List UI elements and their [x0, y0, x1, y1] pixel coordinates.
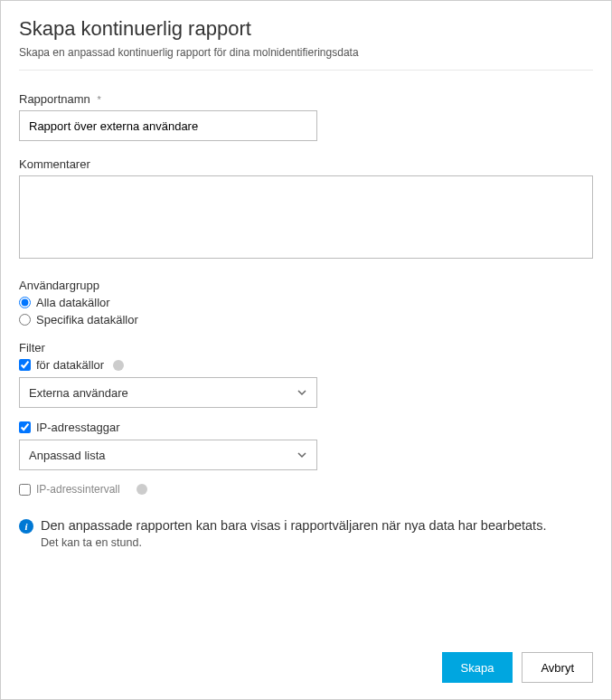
select-datasources[interactable]: Externa användare	[19, 377, 317, 408]
divider	[19, 70, 593, 71]
select-datasources-value: Externa användare	[29, 386, 128, 400]
info-icon	[137, 484, 147, 495]
select-iptags-value: Anpassad lista	[29, 449, 106, 462]
checkbox-ip-range-label: IP-adressintervall	[36, 483, 120, 496]
radio-all-datasources[interactable]	[19, 297, 31, 308]
filter-iptags-row: IP-adresstaggar	[19, 421, 593, 434]
radio-all-datasources-row: Alla datakällor	[19, 296, 593, 309]
radio-specific-datasources[interactable]	[19, 314, 31, 326]
info-icon: i	[19, 519, 33, 534]
info-text-sub: Det kan ta en stund.	[41, 536, 546, 549]
chevron-down-icon	[297, 449, 307, 460]
cancel-button[interactable]: Avbryt	[522, 652, 593, 683]
info-icon	[113, 360, 124, 371]
filter-datasources-row: för datakällor	[19, 358, 593, 372]
select-datasources-wrap: Externa användare	[19, 377, 317, 408]
checkbox-ip-tags-label: IP-adresstaggar	[36, 421, 120, 434]
radio-specific-datasources-label: Specifika datakällor	[36, 313, 138, 326]
comments-group: Kommentarer	[19, 157, 593, 262]
required-mark: *	[97, 94, 100, 105]
dialog-title: Skapa kontinuerlig rapport	[19, 17, 593, 41]
info-text: Den anpassade rapporten kan bara visas i…	[41, 517, 546, 549]
filter-label: Filter	[19, 341, 593, 355]
checkbox-ip-tags[interactable]	[19, 421, 31, 433]
checkbox-for-datasources[interactable]	[19, 359, 31, 371]
dialog-subtitle: Skapa en anpassad kontinuerlig rapport f…	[19, 46, 593, 59]
report-name-input[interactable]	[19, 110, 317, 141]
report-name-group: Rapportnamn *	[19, 92, 593, 141]
comments-label: Kommentarer	[19, 157, 593, 171]
report-name-label: Rapportnamn *	[19, 92, 593, 106]
info-banner: i Den anpassade rapporten kan bara visas…	[19, 517, 593, 549]
comments-textarea[interactable]	[19, 175, 593, 259]
create-button[interactable]: Skapa	[442, 652, 513, 683]
select-iptags-wrap: Anpassad lista	[19, 440, 317, 470]
report-name-label-text: Rapportnamn	[19, 92, 90, 106]
chevron-down-icon	[297, 387, 307, 398]
select-iptags[interactable]: Anpassad lista	[19, 440, 317, 470]
dialog-footer: Skapa Avbryt	[442, 652, 593, 683]
info-text-main: Den anpassade rapporten kan bara visas i…	[41, 517, 546, 534]
radio-specific-datasources-row: Specifika datakällor	[19, 313, 593, 326]
filter-iprange-row: IP-adressintervall	[19, 483, 593, 496]
checkbox-ip-range[interactable]	[19, 484, 31, 496]
usergroup-label: Användargrupp	[19, 279, 593, 292]
checkbox-for-datasources-label: för datakällor	[36, 358, 104, 372]
radio-all-datasources-label: Alla datakällor	[36, 296, 110, 309]
